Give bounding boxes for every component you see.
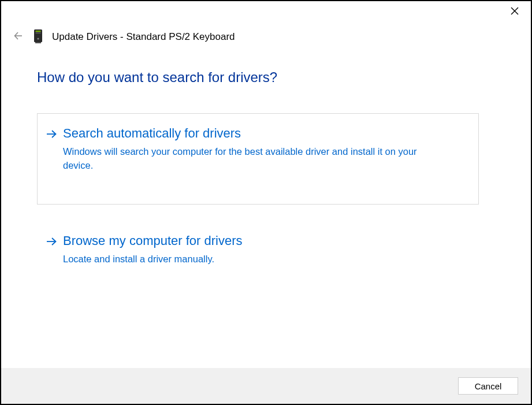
back-arrow-icon [13, 30, 24, 44]
close-button[interactable] [503, 3, 526, 20]
option-body: Browse my computer for drivers Locate an… [63, 233, 470, 266]
wizard-title: Update Drivers - Standard PS/2 Keyboard [52, 31, 235, 43]
svg-point-6 [37, 38, 39, 39]
window-titlebar [503, 1, 531, 22]
main-heading: How do you want to search for drivers? [37, 69, 479, 86]
option-description: Windows will search your computer for th… [63, 144, 433, 173]
wizard-content: How do you want to search for drivers? S… [37, 69, 479, 296]
wizard-header: Update Drivers - Standard PS/2 Keyboard [12, 29, 520, 45]
device-tower-icon [34, 29, 44, 45]
option-title: Browse my computer for drivers [63, 233, 470, 250]
svg-rect-7 [35, 42, 41, 43]
option-arrow-icon [46, 233, 57, 266]
option-browse-manually[interactable]: Browse my computer for drivers Locate an… [37, 221, 479, 280]
option-arrow-icon [46, 125, 57, 173]
option-body: Search automatically for drivers Windows… [63, 125, 470, 173]
svg-rect-5 [36, 32, 41, 34]
svg-rect-4 [36, 31, 41, 32]
wizard-footer: Cancel [1, 368, 531, 404]
back-button[interactable] [12, 30, 25, 44]
option-search-automatically[interactable]: Search automatically for drivers Windows… [37, 113, 479, 205]
option-description: Locate and install a driver manually. [63, 252, 433, 266]
cancel-button[interactable]: Cancel [458, 377, 518, 395]
close-icon [511, 6, 519, 18]
option-title: Search automatically for drivers [63, 125, 470, 142]
